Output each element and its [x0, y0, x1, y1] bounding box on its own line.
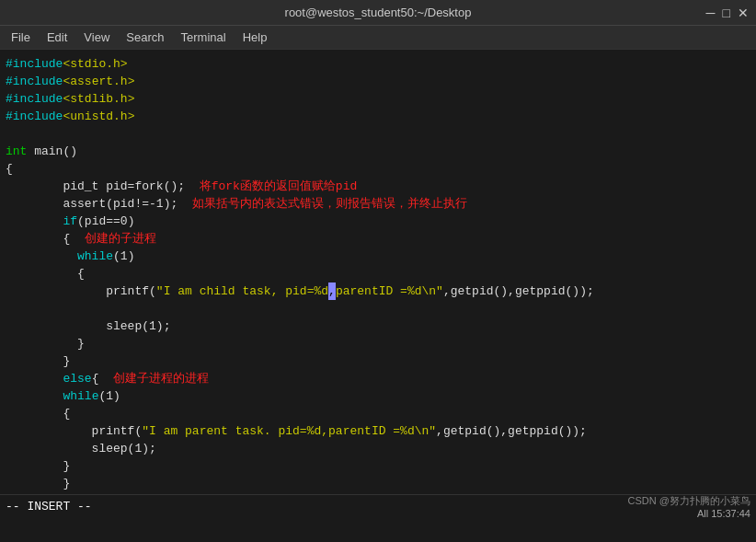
title-bar: root@westos_student50:~/Desktop ─ □ ✕ — [0, 0, 756, 26]
code-text: { — [6, 265, 85, 283]
position-label: All — [697, 508, 708, 518]
code-text: sleep(1); — [6, 440, 156, 457]
menu-view[interactable]: View — [76, 29, 117, 46]
code-cursor: , — [328, 283, 336, 300]
watermark-label: CSDN @努力扑腾的小菜鸟 — [628, 494, 750, 508]
insert-mode-label: -- INSERT -- — [6, 500, 92, 513]
code-text: { — [6, 230, 85, 248]
code-text: #include — [6, 90, 63, 108]
code-line-sleep1: sleep(1); — [0, 317, 756, 335]
code-text: while — [63, 387, 98, 405]
code-comment-assert: 如果括号内的表达式错误，则报告错误，并终止执行 — [192, 195, 467, 213]
menu-file[interactable]: File — [4, 29, 38, 46]
code-line-child-brace: { 创建的子进程 — [0, 230, 756, 248]
code-text: pid_t pid=fork(); — [6, 178, 200, 195]
close-button[interactable]: ✕ — [738, 6, 749, 19]
maximize-button[interactable]: □ — [723, 6, 730, 19]
code-comment-child: 创建的子进程 — [85, 230, 156, 248]
code-comment-parent: 创建子进程的进程 — [113, 370, 209, 387]
code-text: } — [6, 457, 70, 475]
code-text: (1) — [113, 248, 134, 265]
code-text: printf( — [6, 422, 142, 440]
code-line-else: else { 创建子进程的进程 — [0, 370, 756, 387]
code-text: ,getpid(),getppid()); — [443, 283, 594, 300]
code-line-close-else: } — [0, 475, 756, 492]
code-text: <stdio.h> — [63, 55, 127, 73]
code-line-while1: while (1) — [0, 248, 756, 265]
code-text: else — [63, 370, 91, 387]
minimize-button[interactable]: ─ — [706, 6, 716, 19]
code-line-1: #include<stdio.h> — [0, 55, 756, 73]
menu-bar: File Edit View Search Terminal Help — [0, 26, 756, 50]
code-text: } — [6, 335, 85, 352]
code-text: assert(pid!=-1); — [6, 195, 192, 213]
code-text: <assert.h> — [63, 73, 134, 90]
code-text: printf( — [6, 283, 156, 300]
code-line-if: if (pid==0) — [0, 213, 756, 230]
code-area[interactable]: #include<stdio.h> #include<assert.h> #in… — [0, 50, 756, 518]
code-line-while2: while (1) — [0, 387, 756, 405]
code-text: ,getpid(),getppid()); — [436, 422, 587, 440]
code-text: (pid==0) — [77, 213, 134, 230]
menu-search[interactable]: Search — [119, 29, 171, 46]
code-line-main: int main() — [0, 143, 756, 160]
code-text: #include — [6, 73, 63, 90]
code-line-printf-parent: printf("I am parent task. pid=%d,parentI… — [0, 422, 756, 440]
code-text: { — [6, 405, 70, 422]
code-text: main() — [27, 143, 77, 160]
code-text: #include — [6, 108, 63, 125]
code-comment-fork: 将fork函数的返回值赋给pid — [200, 178, 358, 195]
code-text: (1) — [98, 387, 120, 405]
status-bar: -- INSERT -- CSDN @努力扑腾的小菜鸟 All 15:37:44 — [0, 494, 756, 518]
code-text: "I am parent task. pid=%d,parentID =%d\n… — [142, 422, 436, 440]
code-text: { — [6, 160, 13, 178]
position-time-label: All 15:37:44 — [697, 508, 750, 518]
code-text: #include — [6, 55, 63, 73]
code-line-fork: pid_t pid=fork(); 将fork函数的返回值赋给pid — [0, 178, 756, 195]
code-text: } — [6, 352, 70, 370]
menu-edit[interactable]: Edit — [40, 29, 74, 46]
code-text: <stdlib.h> — [63, 90, 134, 108]
code-text: if — [63, 213, 77, 230]
code-text: parentID =%d\n" — [336, 283, 443, 300]
title-bar-title: root@westos_student50:~/Desktop — [285, 6, 472, 19]
window-controls: ─ □ ✕ — [706, 6, 749, 19]
code-text — [6, 248, 77, 265]
code-line-4: #include<unistd.h> — [0, 108, 756, 125]
menu-help[interactable]: Help — [235, 29, 275, 46]
code-line-close-while2: } — [0, 457, 756, 475]
code-text — [6, 387, 63, 405]
code-line-while2-brace: { — [0, 405, 756, 422]
code-text — [6, 370, 63, 387]
code-line-close-while1: } — [0, 335, 756, 352]
status-right-info: CSDN @努力扑腾的小菜鸟 All 15:37:44 — [628, 494, 750, 518]
code-line-2: #include<assert.h> — [0, 73, 756, 90]
time-value: 15:37:44 — [711, 508, 750, 518]
code-text — [6, 213, 63, 230]
code-text: int — [6, 143, 27, 160]
code-line-while1-brace: { — [0, 265, 756, 283]
code-line-blank2 — [0, 300, 756, 317]
menu-terminal[interactable]: Terminal — [174, 29, 234, 46]
code-text: <unistd.h> — [63, 108, 134, 125]
code-line-3: #include<stdlib.h> — [0, 90, 756, 108]
code-line-brace1: { — [0, 160, 756, 178]
code-line-assert: assert(pid!=-1); 如果括号内的表达式错误，则报告错误，并终止执行 — [0, 195, 756, 213]
code-text: "I am child task, pid=%d — [156, 283, 328, 300]
code-line-sleep2: sleep(1); — [0, 440, 756, 457]
code-line-close-if: } — [0, 352, 756, 370]
code-line-printf-child: printf("I am child task, pid=%d,parentID… — [0, 283, 756, 300]
code-text: while — [77, 248, 113, 265]
code-text: } — [6, 475, 70, 492]
code-line-blank1 — [0, 125, 756, 143]
code-text: { — [92, 370, 113, 387]
code-text: sleep(1); — [6, 317, 170, 335]
